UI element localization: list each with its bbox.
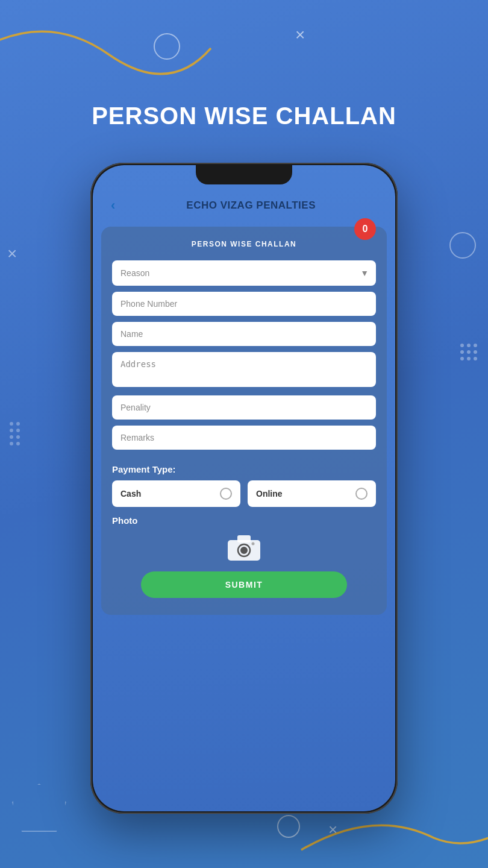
svg-point-3	[240, 547, 248, 554]
photo-button[interactable]	[112, 532, 376, 562]
notch	[196, 165, 292, 184]
svg-rect-1	[237, 535, 251, 542]
phone-inner: ‹ ECHO VIZAG PENALTIES PERSON WISE CHALL…	[93, 165, 395, 811]
photo-label: Photo	[112, 515, 376, 526]
back-button[interactable]: ‹	[106, 195, 120, 216]
online-option[interactable]: Online	[248, 480, 376, 507]
camera-icon	[227, 532, 261, 562]
deco-pentagon	[12, 784, 66, 832]
form-card-title: PERSON WISE CHALLAN	[112, 240, 376, 248]
submit-button[interactable]: SUBMIT	[141, 571, 347, 598]
page-title: PERSON WISE CHALLAN	[0, 102, 488, 130]
form-card: PERSON WISE CHALLAN 0 Reason ▼	[101, 227, 387, 615]
reason-select[interactable]: Reason	[112, 260, 376, 286]
online-label: Online	[256, 489, 283, 498]
deco-x-bottom: ×	[328, 820, 337, 839]
deco-circle-right	[449, 232, 476, 259]
name-input[interactable]	[112, 322, 376, 346]
phone-mockup: ‹ ECHO VIZAG PENALTIES PERSON WISE CHALL…	[90, 163, 398, 814]
phone-screen: ‹ ECHO VIZAG PENALTIES PERSON WISE CHALL…	[93, 165, 395, 811]
penality-input[interactable]	[112, 395, 376, 420]
online-radio[interactable]	[355, 488, 368, 500]
deco-x-top: ×	[295, 25, 305, 45]
deco-x-left: ×	[7, 244, 17, 263]
payment-options: Cash Online	[112, 480, 376, 507]
deco-dots-right	[460, 344, 477, 360]
deco-circle-top	[154, 33, 180, 60]
payment-type-label: Payment Type:	[112, 464, 376, 474]
badge-count: 0	[354, 218, 376, 240]
address-input[interactable]	[112, 352, 376, 387]
cash-label: Cash	[120, 489, 141, 498]
remarks-input[interactable]	[112, 426, 376, 450]
cash-radio[interactable]	[220, 488, 232, 500]
app-header-title: ECHO VIZAG PENALTIES	[120, 200, 382, 212]
deco-circle-bottom	[277, 815, 300, 838]
phone-number-input[interactable]	[112, 292, 376, 316]
cash-option[interactable]: Cash	[112, 480, 240, 507]
deco-dots-left	[10, 422, 20, 445]
reason-select-wrapper: Reason ▼	[112, 260, 376, 286]
svg-point-4	[252, 542, 255, 546]
